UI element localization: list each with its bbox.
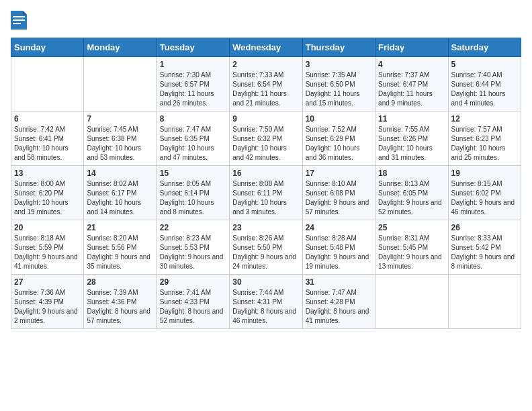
day-number: 19 <box>451 169 518 178</box>
day-number: 30 <box>232 277 299 287</box>
day-info: Sunrise: 8:13 AM Sunset: 6:05 PM Dayligh… <box>378 179 445 217</box>
calendar-cell: 16Sunrise: 8:08 AM Sunset: 6:11 PM Dayli… <box>230 166 302 220</box>
calendar-cell: 26Sunrise: 8:33 AM Sunset: 5:42 PM Dayli… <box>448 220 521 275</box>
day-info: Sunrise: 7:55 AM Sunset: 6:26 PM Dayligh… <box>378 125 445 163</box>
day-number: 7 <box>87 114 153 124</box>
day-number: 5 <box>451 60 518 69</box>
day-number: 10 <box>306 114 372 124</box>
calendar-table: SundayMondayTuesdayWednesdayThursdayFrid… <box>11 38 521 329</box>
day-number: 13 <box>14 169 81 178</box>
day-info: Sunrise: 8:23 AM Sunset: 5:53 PM Dayligh… <box>160 234 226 271</box>
day-info: Sunrise: 8:02 AM Sunset: 6:17 PM Dayligh… <box>87 179 153 217</box>
calendar-cell: 2Sunrise: 7:33 AM Sunset: 6:54 PM Daylig… <box>230 57 302 111</box>
day-number: 12 <box>451 114 518 124</box>
weekday-header: Sunday <box>11 38 84 57</box>
day-number: 15 <box>160 169 226 178</box>
day-info: Sunrise: 7:45 AM Sunset: 6:38 PM Dayligh… <box>87 125 153 163</box>
day-number: 18 <box>378 169 445 178</box>
day-info: Sunrise: 8:20 AM Sunset: 5:56 PM Dayligh… <box>87 234 153 271</box>
day-info: Sunrise: 8:28 AM Sunset: 5:48 PM Dayligh… <box>306 234 372 271</box>
calendar-cell: 12Sunrise: 7:57 AM Sunset: 6:23 PM Dayli… <box>448 111 521 166</box>
day-info: Sunrise: 7:47 AM Sunset: 6:35 PM Dayligh… <box>160 125 226 163</box>
day-number: 21 <box>87 223 153 232</box>
day-number: 2 <box>232 60 299 69</box>
calendar-cell: 22Sunrise: 8:23 AM Sunset: 5:53 PM Dayli… <box>157 220 229 275</box>
calendar-cell <box>84 57 157 111</box>
day-number: 1 <box>160 60 226 69</box>
day-number: 29 <box>160 277 226 287</box>
calendar-cell: 17Sunrise: 8:10 AM Sunset: 6:08 PM Dayli… <box>302 166 375 220</box>
calendar-cell: 15Sunrise: 8:05 AM Sunset: 6:14 PM Dayli… <box>157 166 229 220</box>
calendar-cell: 18Sunrise: 8:13 AM Sunset: 6:05 PM Dayli… <box>375 166 448 220</box>
weekday-header: Saturday <box>448 38 521 57</box>
day-info: Sunrise: 7:44 AM Sunset: 4:31 PM Dayligh… <box>232 288 299 326</box>
calendar-cell: 27Sunrise: 7:36 AM Sunset: 4:39 PM Dayli… <box>11 275 84 329</box>
day-info: Sunrise: 7:41 AM Sunset: 4:33 PM Dayligh… <box>160 288 226 326</box>
calendar-cell: 11Sunrise: 7:55 AM Sunset: 6:26 PM Dayli… <box>375 111 448 166</box>
day-info: Sunrise: 8:00 AM Sunset: 6:20 PM Dayligh… <box>14 179 81 217</box>
calendar-cell: 9Sunrise: 7:50 AM Sunset: 6:32 PM Daylig… <box>230 111 302 166</box>
day-info: Sunrise: 7:42 AM Sunset: 6:41 PM Dayligh… <box>14 125 81 163</box>
calendar-cell: 13Sunrise: 8:00 AM Sunset: 6:20 PM Dayli… <box>11 166 84 220</box>
calendar-week-row: 27Sunrise: 7:36 AM Sunset: 4:39 PM Dayli… <box>11 275 521 329</box>
day-info: Sunrise: 7:57 AM Sunset: 6:23 PM Dayligh… <box>451 125 518 163</box>
logo <box>11 11 30 30</box>
day-info: Sunrise: 8:15 AM Sunset: 6:02 PM Dayligh… <box>451 179 518 217</box>
svg-rect-3 <box>13 19 25 21</box>
day-number: 22 <box>160 223 226 232</box>
day-info: Sunrise: 7:37 AM Sunset: 6:47 PM Dayligh… <box>378 71 445 108</box>
calendar-cell: 8Sunrise: 7:47 AM Sunset: 6:35 PM Daylig… <box>157 111 229 166</box>
svg-rect-2 <box>13 16 25 17</box>
weekday-header: Thursday <box>302 38 375 57</box>
calendar-cell: 5Sunrise: 7:40 AM Sunset: 6:44 PM Daylig… <box>448 57 521 111</box>
calendar-cell: 30Sunrise: 7:44 AM Sunset: 4:31 PM Dayli… <box>230 275 302 329</box>
day-number: 23 <box>232 223 299 232</box>
day-info: Sunrise: 7:52 AM Sunset: 6:29 PM Dayligh… <box>306 125 372 163</box>
day-number: 14 <box>87 169 153 178</box>
day-info: Sunrise: 7:39 AM Sunset: 4:36 PM Dayligh… <box>87 288 153 326</box>
calendar-cell: 10Sunrise: 7:52 AM Sunset: 6:29 PM Dayli… <box>302 111 375 166</box>
day-number: 31 <box>306 277 372 287</box>
page-header <box>11 11 521 30</box>
calendar-cell: 7Sunrise: 7:45 AM Sunset: 6:38 PM Daylig… <box>84 111 157 166</box>
calendar-cell: 14Sunrise: 8:02 AM Sunset: 6:17 PM Dayli… <box>84 166 157 220</box>
day-number: 3 <box>306 60 372 69</box>
day-number: 26 <box>451 223 518 232</box>
day-number: 17 <box>306 169 372 178</box>
calendar-cell: 3Sunrise: 7:35 AM Sunset: 6:50 PM Daylig… <box>302 57 375 111</box>
day-number: 20 <box>14 223 81 232</box>
calendar-cell: 6Sunrise: 7:42 AM Sunset: 6:41 PM Daylig… <box>11 111 84 166</box>
calendar-cell <box>448 275 521 329</box>
weekday-header-row: SundayMondayTuesdayWednesdayThursdayFrid… <box>11 38 521 57</box>
day-info: Sunrise: 7:50 AM Sunset: 6:32 PM Dayligh… <box>232 125 299 163</box>
svg-marker-1 <box>23 11 27 15</box>
day-info: Sunrise: 8:10 AM Sunset: 6:08 PM Dayligh… <box>306 179 372 217</box>
calendar-cell: 21Sunrise: 8:20 AM Sunset: 5:56 PM Dayli… <box>84 220 157 275</box>
calendar-cell: 24Sunrise: 8:28 AM Sunset: 5:48 PM Dayli… <box>302 220 375 275</box>
day-info: Sunrise: 8:33 AM Sunset: 5:42 PM Dayligh… <box>451 234 518 271</box>
calendar-week-row: 6Sunrise: 7:42 AM Sunset: 6:41 PM Daylig… <box>11 111 521 166</box>
day-info: Sunrise: 7:35 AM Sunset: 6:50 PM Dayligh… <box>306 71 372 108</box>
day-number: 25 <box>378 223 445 232</box>
logo-icon <box>11 11 27 30</box>
weekday-header: Wednesday <box>230 38 302 57</box>
calendar-cell: 28Sunrise: 7:39 AM Sunset: 4:36 PM Dayli… <box>84 275 157 329</box>
day-number: 4 <box>378 60 445 69</box>
day-info: Sunrise: 7:40 AM Sunset: 6:44 PM Dayligh… <box>451 71 518 108</box>
day-number: 28 <box>87 277 153 287</box>
calendar-cell: 29Sunrise: 7:41 AM Sunset: 4:33 PM Dayli… <box>157 275 229 329</box>
calendar-cell <box>11 57 84 111</box>
calendar-cell: 4Sunrise: 7:37 AM Sunset: 6:47 PM Daylig… <box>375 57 448 111</box>
day-number: 24 <box>306 223 372 232</box>
weekday-header: Tuesday <box>157 38 229 57</box>
calendar-week-row: 20Sunrise: 8:18 AM Sunset: 5:59 PM Dayli… <box>11 220 521 275</box>
calendar-cell: 23Sunrise: 8:26 AM Sunset: 5:50 PM Dayli… <box>230 220 302 275</box>
calendar-cell: 31Sunrise: 7:47 AM Sunset: 4:28 PM Dayli… <box>302 275 375 329</box>
calendar-cell: 25Sunrise: 8:31 AM Sunset: 5:45 PM Dayli… <box>375 220 448 275</box>
day-info: Sunrise: 7:47 AM Sunset: 4:28 PM Dayligh… <box>306 288 372 326</box>
day-number: 16 <box>232 169 299 178</box>
day-info: Sunrise: 8:26 AM Sunset: 5:50 PM Dayligh… <box>232 234 299 271</box>
day-info: Sunrise: 7:36 AM Sunset: 4:39 PM Dayligh… <box>14 288 81 326</box>
day-info: Sunrise: 8:08 AM Sunset: 6:11 PM Dayligh… <box>232 179 299 217</box>
calendar-week-row: 13Sunrise: 8:00 AM Sunset: 6:20 PM Dayli… <box>11 166 521 220</box>
